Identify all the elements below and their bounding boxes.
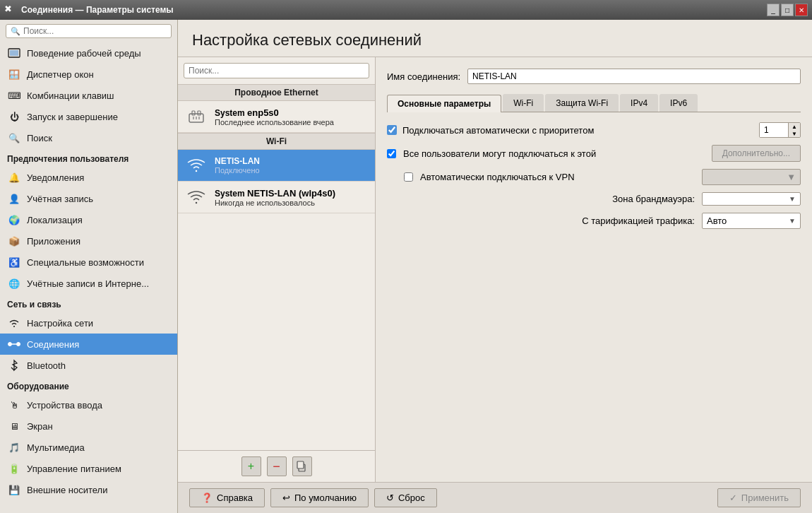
conn-item-netis-lan-2[interactable]: System NETIS-LAN (wlp4s0)Никогда не испо… xyxy=(178,182,375,213)
accessibility-label: Специальные возможности xyxy=(27,257,144,268)
priority-spin[interactable]: ▲ ▼ xyxy=(759,122,801,138)
main-layout: 🔍 Поведение рабочей среды🪟Диспетчер окон… xyxy=(0,20,812,513)
tab-wifi-security[interactable]: Защита Wi-Fi xyxy=(545,94,619,112)
display-icon: 🖥 xyxy=(7,419,21,433)
svg-rect-12 xyxy=(297,461,304,468)
sidebar-item-locale[interactable]: 🌍Локализация xyxy=(0,209,177,230)
default-button[interactable]: ↩ По умолчанию xyxy=(270,488,369,507)
netis-lan-name: NETIS-LAN xyxy=(215,156,260,166)
vpn-row: Автоматически подключаться к VPN ▼ xyxy=(404,169,801,185)
sidebar-item-online-accounts[interactable]: 🌐Учётные записи в Интерне... xyxy=(0,273,177,294)
accessibility-icon: ♿ xyxy=(7,255,21,269)
detail-form: Подключаться автоматически с приоритетом… xyxy=(387,122,801,236)
window-manager-icon: 🪟 xyxy=(7,67,21,81)
input-label: Устройства ввода xyxy=(27,400,102,411)
close-button[interactable]: ✕ xyxy=(795,4,808,16)
add-connection-button[interactable]: + xyxy=(241,456,261,476)
vpn-dropdown[interactable]: ▼ xyxy=(702,169,801,185)
connection-name-input[interactable] xyxy=(467,69,801,84)
netis-lan-2-info: System NETIS-LAN (wlp4s0)Никогда не испо… xyxy=(215,188,335,207)
reset-icon: ↺ xyxy=(386,493,394,503)
app-icon: ✖ xyxy=(4,4,17,16)
vpn-checkbox[interactable] xyxy=(404,172,413,182)
sidebar-item-input[interactable]: 🖱Устройства ввода xyxy=(0,394,177,415)
spin-up-button[interactable]: ▲ xyxy=(789,123,800,130)
sidebar-search-input[interactable] xyxy=(23,26,167,36)
firewall-dropdown[interactable]: ▼ xyxy=(702,192,801,206)
spin-down-button[interactable]: ▼ xyxy=(789,130,800,137)
sidebar-item-session[interactable]: ⏻Запуск и завершение xyxy=(0,106,177,127)
sidebar-section-Сеть-и-связь: Сеть и связь xyxy=(0,294,177,312)
sidebar-item-multimedia[interactable]: 🎵Мультимедиа xyxy=(0,437,177,458)
multimedia-icon: 🎵 xyxy=(7,440,21,454)
sidebar-item-removable[interactable]: 💾Внешние носители xyxy=(0,479,177,500)
remove-connection-button[interactable]: − xyxy=(267,456,287,476)
svg-point-3 xyxy=(17,343,20,346)
metered-dropdown-value: Авто xyxy=(707,216,727,226)
autoconnect-checkbox[interactable] xyxy=(387,125,397,135)
sidebar-item-window-manager[interactable]: 🪟Диспетчер окон xyxy=(0,64,177,85)
sidebar-item-notifications[interactable]: 🔔Уведомления xyxy=(0,167,177,188)
input-icon: 🖱 xyxy=(7,398,21,412)
sidebar-item-display[interactable]: 🖥Экран xyxy=(0,415,177,437)
sidebar-item-apps[interactable]: 📦Приложения xyxy=(0,230,177,252)
split-pane: Проводное EthernetSystem enp5s0Последнее… xyxy=(178,57,812,482)
reset-button[interactable]: ↺ Сброс xyxy=(374,488,437,507)
metered-label: С тарификацией трафика: xyxy=(582,216,695,226)
copy-connection-button[interactable] xyxy=(292,456,312,476)
network-label: Настройка сети xyxy=(27,318,93,329)
minimize-button[interactable]: _ xyxy=(767,4,780,16)
metered-dropdown[interactable]: Авто ▼ xyxy=(702,213,801,229)
vpn-dropdown-arrow: ▼ xyxy=(787,172,796,182)
sidebar-section-Предпочтения-пользователя: Предпочтения пользователя xyxy=(0,148,177,167)
notifications-label: Уведомления xyxy=(27,172,84,183)
sidebar-search-box[interactable]: 🔍 xyxy=(6,24,172,38)
connection-search-box[interactable] xyxy=(184,63,369,78)
search-icon: 🔍 xyxy=(11,27,20,36)
connection-search-input[interactable] xyxy=(189,66,364,76)
window-controls: _ □ ✕ xyxy=(767,4,808,16)
removable-icon: 💾 xyxy=(7,483,21,497)
search-label: Поиск xyxy=(27,133,52,143)
netis-lan-info: NETIS-LANПодключено xyxy=(215,156,260,175)
power-icon: 🔋 xyxy=(7,461,21,476)
help-button[interactable]: ❓ Справка xyxy=(189,488,265,507)
shortcuts-icon: ⌨ xyxy=(7,88,21,102)
sidebar-item-connections[interactable]: Соединения xyxy=(0,334,177,355)
connection-name-row: Имя соединения: xyxy=(387,69,801,84)
online-accounts-icon: 🌐 xyxy=(7,276,21,290)
priority-input[interactable] xyxy=(760,123,788,137)
sidebar-item-appearance[interactable]: Поведение рабочей среды xyxy=(0,42,177,64)
tab-basic[interactable]: Основные параметры xyxy=(387,95,501,112)
connection-list: Проводное EthernetSystem enp5s0Последнее… xyxy=(178,84,375,450)
tab-ipv4[interactable]: IPv4 xyxy=(620,94,658,112)
apply-button[interactable]: ✓ Применить xyxy=(717,488,801,507)
svg-rect-7 xyxy=(198,111,201,115)
sidebar-item-bluetooth[interactable]: Bluetooth xyxy=(0,355,177,376)
conn-item-enp5s0[interactable]: System enp5s0Последнее использование вче… xyxy=(178,101,375,133)
metered-dropdown-arrow: ▼ xyxy=(789,217,796,225)
wifi-conn-icon xyxy=(185,186,208,208)
maximize-button[interactable]: □ xyxy=(781,4,794,16)
sidebar-item-power[interactable]: 🔋Управление питанием xyxy=(0,458,177,479)
svg-point-2 xyxy=(8,343,12,346)
allusers-checkbox[interactable] xyxy=(387,149,396,158)
sidebar-item-network[interactable]: Настройка сети xyxy=(0,312,177,334)
sidebar-item-accessibility[interactable]: ♿Специальные возможности xyxy=(0,252,177,273)
window-title: Соединения — Параметры системы xyxy=(21,5,767,15)
help-icon: ❓ xyxy=(201,493,213,503)
notifications-icon: 🔔 xyxy=(7,170,21,184)
tab-ipv6[interactable]: IPv6 xyxy=(659,94,698,112)
additional-button[interactable]: Дополнительно... xyxy=(712,145,801,162)
power-label: Управление питанием xyxy=(27,464,121,474)
appearance-label: Поведение рабочей среды xyxy=(27,48,141,59)
conn-item-netis-lan[interactable]: NETIS-LANПодключено xyxy=(178,150,375,182)
sidebar-item-shortcuts[interactable]: ⌨Комбинации клавиш xyxy=(0,85,177,106)
autoconnect-label: Подключаться автоматически с приоритетом xyxy=(402,125,594,136)
locale-icon: 🌍 xyxy=(7,213,21,227)
sidebar-item-search[interactable]: 🔍Поиск xyxy=(0,127,177,148)
tab-wifi[interactable]: Wi-Fi xyxy=(503,94,544,112)
sidebar-item-account[interactable]: 👤Учётная запись xyxy=(0,188,177,209)
allusers-label: Все пользователи могут подключаться к эт… xyxy=(403,148,596,159)
enp5s0-info: System enp5s0Последнее использование вче… xyxy=(215,107,334,126)
